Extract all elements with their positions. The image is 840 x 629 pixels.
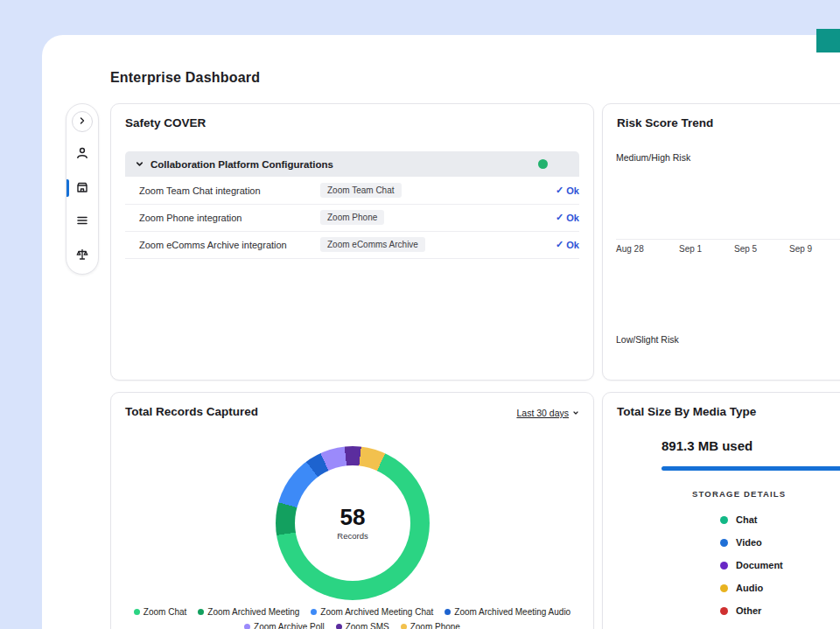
legend-label: Video: [736, 537, 762, 548]
config-badge: Zoom Team Chat: [320, 183, 402, 198]
legend-item: Zoom Chat: [134, 607, 186, 617]
legend-label: Zoom SMS: [346, 622, 389, 629]
legend-label: Zoom Archived Meeting Chat: [320, 607, 433, 617]
risk-x-tick: Aug 28: [616, 244, 644, 254]
status-text: Ok: [566, 185, 579, 196]
config-row: Zoom Phone integration Zoom Phone ✓ Ok: [125, 204, 579, 232]
safety-cover-title: Safety COVER: [125, 116, 206, 129]
total-size-title: Total Size By Media Type: [617, 405, 756, 418]
sidebar-expand-button[interactable]: [72, 111, 93, 132]
total-records-card: Total Records Captured Last 30 days 58 R…: [110, 392, 594, 629]
corner-accent: [816, 29, 840, 52]
chevron-right-icon: [77, 115, 88, 129]
config-label: Zoom eComms Archive integration: [125, 240, 287, 250]
config-label: Zoom Phone integration: [125, 213, 242, 223]
status-text: Ok: [566, 213, 579, 223]
config-status: ✓ Ok: [556, 239, 579, 250]
config-status: ✓ Ok: [556, 185, 579, 196]
page-title: Enterprise Dashboard: [110, 70, 260, 86]
legend-dot: [401, 624, 407, 629]
total-records-title: Total Records Captured: [125, 405, 258, 418]
risk-x-tick: Sep 9: [789, 244, 812, 254]
status-text: Ok: [566, 240, 579, 250]
legend-dot: [444, 609, 451, 615]
date-range-dropdown[interactable]: Last 30 days: [516, 408, 579, 418]
legend-dot: [720, 539, 728, 547]
sidebar-item-users[interactable]: [66, 143, 98, 166]
legend-label: Other: [736, 605, 761, 616]
legend-dot: [134, 609, 140, 615]
legend-item: Zoom Archived Meeting Chat: [311, 607, 433, 617]
storage-legend-item: Document: [720, 560, 783, 570]
donut-legend-row: Zoom Chat Zoom Archived Meeting Zoom Arc…: [111, 607, 593, 617]
sidebar-item-compliance[interactable]: [66, 244, 98, 267]
legend-item: Zoom Phone: [401, 622, 460, 629]
storage-usage-bar: [662, 466, 840, 471]
legend-label: Zoom Archived Meeting Audio: [454, 607, 570, 617]
total-size-card: Total Size By Media Type 891.3 MB used S…: [602, 392, 840, 629]
storage-legend-item: Video: [720, 537, 762, 548]
legend-dot: [720, 562, 728, 570]
legend-item: Zoom Archived Meeting: [198, 607, 299, 617]
building-icon: [75, 180, 89, 197]
config-badge: Zoom eComms Archive: [320, 237, 425, 252]
config-status: ✓ Ok: [556, 212, 579, 223]
dashboard-canvas: Enterprise Dashboard: [0, 0, 840, 629]
legend-dot: [336, 624, 342, 629]
safety-cover-card: Safety COVER Collaboration Platform Conf…: [110, 103, 594, 381]
check-icon: ✓: [556, 212, 564, 223]
sidebar-item-organization[interactable]: [66, 177, 98, 199]
menu-lines-icon: [75, 213, 89, 230]
records-donut-center: 58 Records: [295, 465, 410, 581]
user-icon: [75, 146, 89, 163]
risk-trend-title: Risk Score Trend: [617, 116, 713, 129]
legend-item: Zoom Archive Poll: [244, 622, 325, 629]
config-label: Zoom Team Chat integration: [125, 185, 261, 196]
legend-label: Zoom Phone: [410, 622, 460, 629]
legend-label: Audio: [736, 583, 763, 593]
storage-legend-item: Other: [720, 605, 761, 616]
legend-dot: [198, 609, 204, 615]
legend-item: Zoom Archived Meeting Audio: [444, 607, 570, 617]
legend-dot: [720, 607, 728, 615]
risk-x-axis-line: [616, 239, 840, 240]
storage-used-label: 891.3 MB used: [662, 438, 752, 453]
risk-y-axis-bottom-label: Low/Slight Risk: [616, 334, 679, 345]
legend-label: Zoom Chat: [144, 607, 186, 617]
sidebar-item-lists[interactable]: [66, 211, 98, 234]
legend-dot: [244, 624, 250, 629]
config-row: Zoom eComms Archive integration Zoom eCo…: [125, 231, 579, 259]
legend-label: Document: [736, 560, 783, 570]
legend-label: Zoom Archive Poll: [254, 622, 325, 629]
legend-item: Zoom SMS: [336, 622, 389, 629]
config-row: Zoom Team Chat integration Zoom Team Cha…: [125, 177, 579, 205]
active-indicator: [66, 179, 69, 197]
records-total: 58: [340, 506, 366, 528]
legend-dot: [720, 584, 728, 592]
risk-x-tick: Sep 1: [679, 244, 702, 254]
collab-config-section-header[interactable]: Collaboration Platform Configurations: [125, 151, 579, 177]
storage-legend-item: Chat: [720, 514, 757, 525]
risk-y-axis-top-label: Medium/High Risk: [616, 152, 690, 163]
records-donut-ring: 58 Records: [276, 446, 430, 600]
config-badge: Zoom Phone: [320, 210, 384, 225]
chevron-down-icon: [135, 157, 144, 172]
check-icon: ✓: [556, 239, 564, 250]
legend-dot: [720, 516, 728, 524]
records-unit: Records: [337, 531, 368, 541]
scales-icon: [75, 248, 89, 264]
legend-label: Zoom Archived Meeting: [207, 607, 299, 617]
chevron-down-icon: [572, 408, 579, 418]
collab-config-section-label: Collaboration Platform Configurations: [150, 159, 333, 170]
status-ok-dot: [538, 159, 548, 169]
storage-legend-item: Audio: [720, 583, 763, 593]
risk-x-tick: Sep 5: [734, 244, 757, 254]
legend-dot: [311, 609, 317, 615]
check-icon: ✓: [556, 185, 564, 196]
donut-legend-row: Zoom Archive Poll Zoom SMS Zoom Phone: [111, 622, 593, 629]
date-range-label: Last 30 days: [516, 408, 569, 418]
legend-label: Chat: [736, 514, 757, 525]
risk-score-trend-card: Risk Score Trend Medium/High Risk Aug 28…: [602, 103, 840, 381]
storage-details-heading: STORAGE DETAILS: [692, 489, 786, 499]
sidebar: [66, 103, 99, 275]
